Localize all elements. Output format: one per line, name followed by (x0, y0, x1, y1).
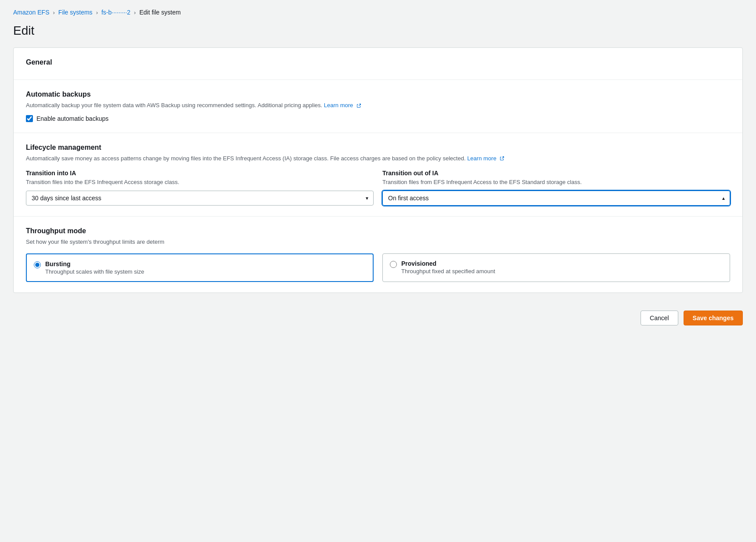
lifecycle-section: Lifecycle management Automatically save … (14, 133, 742, 217)
breadcrumb: Amazon EFS › File systems › fs-b········… (13, 9, 743, 16)
transition-into-ia-col: Transition into IA Transition files into… (26, 170, 374, 206)
breadcrumb-file-systems[interactable]: File systems (58, 9, 93, 16)
save-changes-button[interactable]: Save changes (684, 311, 743, 325)
backups-learn-more-link[interactable]: Learn more (324, 102, 353, 108)
breadcrumb-sep-3: › (134, 9, 136, 16)
lifecycle-desc: Automatically save money as access patte… (26, 154, 730, 163)
provisioned-card-title: Provisioned (401, 260, 495, 267)
lifecycle-external-link-icon (499, 156, 504, 161)
throughput-desc: Set how your file system's throughput li… (26, 238, 730, 246)
breadcrumb-sep-1: › (53, 9, 54, 16)
bursting-radio[interactable] (34, 261, 41, 268)
lifecycle-grid: Transition into IA Transition files into… (26, 170, 730, 206)
throughput-section: Throughput mode Set how your file system… (14, 217, 742, 293)
page-title: Edit (13, 24, 743, 38)
transition-into-ia-select-wrapper: None7 days since last access14 days sinc… (26, 191, 374, 206)
bursting-card-content: Bursting Throughput scales with file sys… (45, 260, 144, 275)
breadcrumb-current: Edit file system (139, 9, 180, 16)
transition-into-ia-desc: Transition files into the EFS Infrequent… (26, 178, 374, 186)
backups-title: Automatic backups (26, 90, 730, 98)
transition-out-of-ia-desc: Transition files from EFS Infrequent Acc… (382, 178, 730, 186)
backups-desc: Automatically backup your file system da… (26, 101, 730, 110)
breadcrumb-sep-2: › (96, 9, 98, 16)
breadcrumb-fs-id[interactable]: fs-b·········2 (101, 9, 130, 16)
throughput-grid: Bursting Throughput scales with file sys… (26, 253, 730, 282)
enable-backups-checkbox[interactable] (26, 115, 33, 122)
cancel-button[interactable]: Cancel (641, 311, 678, 325)
transition-out-of-ia-col: Transition out of IA Transition files fr… (382, 170, 730, 206)
enable-backups-label: Enable automatic backups (36, 115, 108, 122)
transition-into-ia-title: Transition into IA (26, 170, 374, 177)
external-link-icon (356, 103, 361, 108)
provisioned-radio[interactable] (390, 261, 397, 268)
breadcrumb-amazon-efs[interactable]: Amazon EFS (13, 9, 49, 16)
provisioned-card-content: Provisioned Throughput fixed at specifie… (401, 260, 495, 275)
general-card: General Automatic backups Automatically … (13, 47, 743, 293)
transition-out-of-ia-title: Transition out of IA (382, 170, 730, 177)
provisioned-radio-card[interactable]: Provisioned Throughput fixed at specifie… (382, 253, 730, 282)
bursting-card-desc: Throughput scales with file system size (45, 268, 144, 275)
bursting-radio-card[interactable]: Bursting Throughput scales with file sys… (26, 253, 374, 282)
provisioned-card-desc: Throughput fixed at specified amount (401, 268, 495, 275)
transition-into-ia-select[interactable]: None7 days since last access14 days sinc… (26, 191, 374, 206)
enable-backups-checkbox-row[interactable]: Enable automatic backups (26, 115, 730, 122)
footer-actions: Cancel Save changes (13, 302, 743, 330)
transition-out-of-ia-select[interactable]: NoneOn first access (382, 191, 730, 206)
general-header-section: General (14, 48, 742, 80)
automatic-backups-section: Automatic backups Automatically backup y… (14, 80, 742, 133)
lifecycle-learn-more-link[interactable]: Learn more (467, 155, 496, 162)
general-section-title: General (26, 58, 730, 66)
lifecycle-title: Lifecycle management (26, 144, 730, 152)
bursting-card-title: Bursting (45, 260, 144, 267)
throughput-title: Throughput mode (26, 227, 730, 235)
transition-out-of-ia-select-wrapper: NoneOn first access ▲ (382, 191, 730, 206)
